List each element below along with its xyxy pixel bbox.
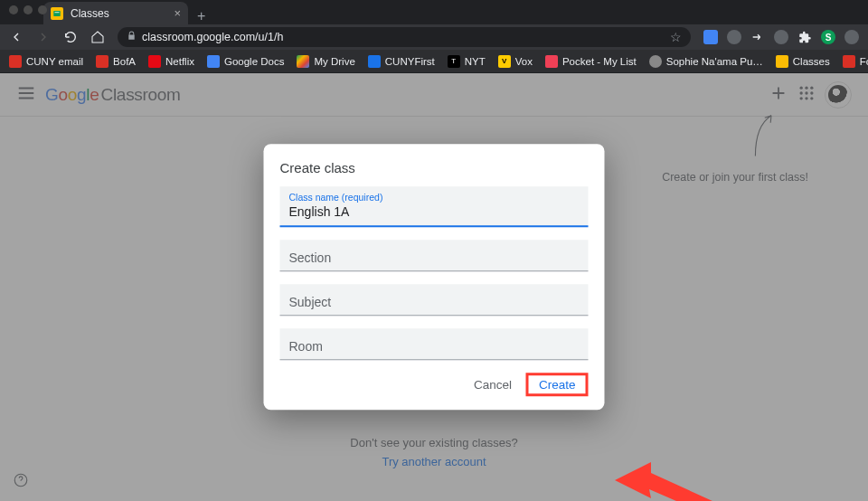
extension-icon[interactable] xyxy=(727,30,741,44)
bookmark-item[interactable]: TNYT xyxy=(448,55,486,68)
extensions-puzzle-icon[interactable] xyxy=(797,30,812,44)
bookmark-item[interactable]: CUNY email xyxy=(9,55,83,68)
bookmark-item[interactable]: BofA xyxy=(96,55,136,68)
subject-label: Subject xyxy=(289,295,580,309)
bookmark-label: My Drive xyxy=(314,56,354,67)
share-icon[interactable] xyxy=(750,30,765,44)
bookmark-item[interactable]: VVox xyxy=(498,55,533,68)
bookmark-label: Netflix xyxy=(165,56,194,67)
new-tab-button[interactable]: + xyxy=(188,8,214,24)
subject-field[interactable]: Subject xyxy=(280,284,589,316)
create-class-dialog: Create class Class name (required) Secti… xyxy=(264,144,605,410)
bookmark-label: Fonts In Use xyxy=(860,56,868,67)
section-label: Section xyxy=(289,250,580,265)
traffic-close[interactable] xyxy=(9,5,18,14)
bookmark-item[interactable]: Netflix xyxy=(148,55,194,68)
traffic-zoom[interactable] xyxy=(38,5,47,14)
bookmark-label: BofA xyxy=(113,56,136,67)
bookmark-item[interactable]: My Drive xyxy=(297,55,354,68)
tab-close-icon[interactable]: × xyxy=(174,6,181,20)
class-name-field[interactable]: Class name (required) xyxy=(280,186,589,227)
bookmark-item[interactable]: Fonts In Use xyxy=(843,55,868,68)
profile-icon[interactable] xyxy=(844,30,859,44)
nav-home-icon[interactable] xyxy=(90,30,105,44)
tab-title: Classes xyxy=(71,7,109,20)
bookmarks-bar: CUNY email BofA Netflix Google Docs My D… xyxy=(0,50,868,73)
svg-rect-0 xyxy=(53,11,61,16)
cancel-button[interactable]: Cancel xyxy=(465,373,521,397)
window-traffic-lights xyxy=(9,5,47,14)
class-name-label: Class name (required) xyxy=(289,192,580,203)
bookmark-item[interactable]: Pocket - My List xyxy=(545,55,637,68)
bookmark-item[interactable]: Sophie Na'ama Pu… xyxy=(649,55,763,68)
nav-back-icon[interactable] xyxy=(9,30,24,44)
lock-icon xyxy=(127,31,137,43)
bookmark-label: Sophie Na'ama Pu… xyxy=(666,56,763,67)
extension-icon[interactable] xyxy=(703,30,718,44)
traffic-minimize[interactable] xyxy=(24,5,33,14)
room-field[interactable]: Room xyxy=(280,328,589,360)
create-button-highlight: Create xyxy=(526,373,589,396)
bookmark-label: Vox xyxy=(515,56,533,67)
omnibox-url: classroom.google.com/u/1/h xyxy=(142,31,283,43)
room-label: Room xyxy=(289,339,580,354)
bookmark-label: CUNY email xyxy=(26,56,83,67)
page-content: Google Classroom Create or join your fir… xyxy=(0,73,868,501)
bookmark-label: Pocket - My List xyxy=(562,56,637,67)
dialog-title: Create class xyxy=(280,160,589,175)
bookmark-label: Classes xyxy=(793,56,830,67)
bookmark-item[interactable]: CUNYFirst xyxy=(368,55,435,68)
nav-reload-icon[interactable] xyxy=(63,30,78,44)
bookmark-item[interactable]: Google Docs xyxy=(207,55,284,68)
extension-row: S xyxy=(703,30,859,44)
section-field[interactable]: Section xyxy=(280,240,589,271)
dialog-actions: Cancel Create xyxy=(280,365,589,401)
bookmark-item[interactable]: Classes xyxy=(776,55,830,68)
svg-rect-1 xyxy=(55,12,60,13)
bookmark-star-icon[interactable]: ☆ xyxy=(670,30,682,44)
extension-icon[interactable] xyxy=(774,30,788,44)
bookmark-label: CUNYFirst xyxy=(385,56,435,67)
profile-badge[interactable]: S xyxy=(821,30,835,44)
omnibox[interactable]: classroom.google.com/u/1/h ☆ xyxy=(118,27,691,47)
browser-tab-strip: Classes × + xyxy=(0,0,868,24)
create-button[interactable]: Create xyxy=(530,373,585,396)
class-name-input[interactable] xyxy=(289,203,580,219)
bookmark-label: NYT xyxy=(465,56,486,67)
bookmark-label: Google Docs xyxy=(224,56,284,67)
browser-tab[interactable]: Classes × xyxy=(43,2,188,24)
tab-favicon-icon xyxy=(51,7,63,20)
nav-forward-icon[interactable] xyxy=(36,30,51,44)
browser-toolbar: classroom.google.com/u/1/h ☆ S xyxy=(0,24,868,50)
